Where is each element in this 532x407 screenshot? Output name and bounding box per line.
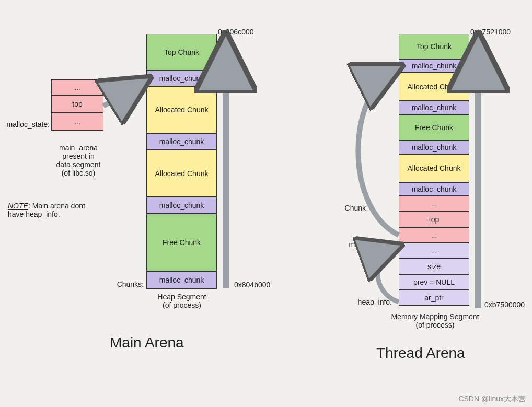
heap-info-arptr: ar_ptr: [399, 290, 469, 306]
malloc-chunk: malloc_chunk: [399, 101, 469, 114]
addr-thread-bottom: 0xb7500000: [484, 300, 525, 309]
addr-main-top: 0x806c000: [218, 28, 254, 36]
malloc-state-label: malloc_state:: [0, 120, 50, 129]
title-thread-arena: Thread Arena: [376, 345, 465, 362]
allocated-chunk: Allocated Chunk: [399, 73, 469, 101]
diagram-canvas: ... top ... Top Chunk malloc_chunk Alloc…: [0, 0, 532, 407]
memmap-segment-caption: Memory Mapping Segment (of process): [387, 312, 483, 329]
malloc-chunk: malloc_chunk: [146, 71, 217, 86]
malloc-state-row: ...: [51, 79, 103, 95]
malloc-state-top: top: [399, 212, 469, 227]
chunk-label-right: Chunk: [334, 204, 366, 212]
svg-line-2: [103, 80, 145, 106]
free-chunk: Free Chunk: [399, 114, 469, 141]
heap-info-size: size: [399, 259, 469, 274]
malloc-chunk: malloc_chunk: [146, 271, 217, 289]
title-main-arena: Main Arena: [110, 334, 184, 351]
malloc-chunk: malloc_chunk: [146, 197, 217, 214]
malloc-state-row-top: top: [51, 95, 103, 113]
malloc-state-label-right: malloc_state:: [334, 240, 392, 249]
top-chunk: Top Chunk: [399, 34, 469, 59]
allocated-chunk: Allocated Chunk: [146, 86, 217, 133]
free-chunk: Free Chunk: [146, 214, 217, 271]
note-label: NOTE: Main arena dont have heap_info.: [8, 193, 128, 218]
addr-thread-top: 0xb7521000: [470, 28, 511, 36]
malloc-chunk: malloc_chunk: [399, 59, 469, 73]
main-heap-stack: Top Chunk malloc_chunk Allocated Chunk m…: [146, 34, 217, 289]
malloc-state-row: ...: [51, 113, 103, 131]
heap-info-label: heap_info:: [350, 298, 392, 306]
watermark: CSDN @linux大本营: [458, 394, 526, 404]
malloc-chunk: malloc_chunk: [399, 182, 469, 196]
thread-heap-stack: Top Chunk malloc_chunk Allocated Chunk m…: [399, 34, 469, 306]
top-chunk: Top Chunk: [146, 34, 217, 71]
heap-info-row: ...: [399, 243, 469, 259]
malloc-state-row: ...: [399, 227, 469, 243]
heap-segment-caption: Heap Segment (of process): [145, 293, 218, 309]
main-arena-caption: main_arena present in data segment (of l…: [44, 144, 112, 177]
chunks-label: Chunks:: [105, 280, 144, 288]
malloc-chunk: malloc_chunk: [146, 133, 217, 150]
malloc-chunk: malloc_chunk: [399, 141, 469, 154]
allocated-chunk: Allocated Chunk: [399, 154, 469, 182]
note-word: NOTE: [8, 202, 28, 210]
allocated-chunk: Allocated Chunk: [146, 150, 217, 197]
malloc-state-table: ... top ...: [51, 79, 103, 131]
heap-info-prev: prev = NULL: [399, 274, 469, 290]
malloc-state-row: ...: [399, 196, 469, 212]
addr-main-bottom: 0x804b000: [234, 281, 270, 289]
